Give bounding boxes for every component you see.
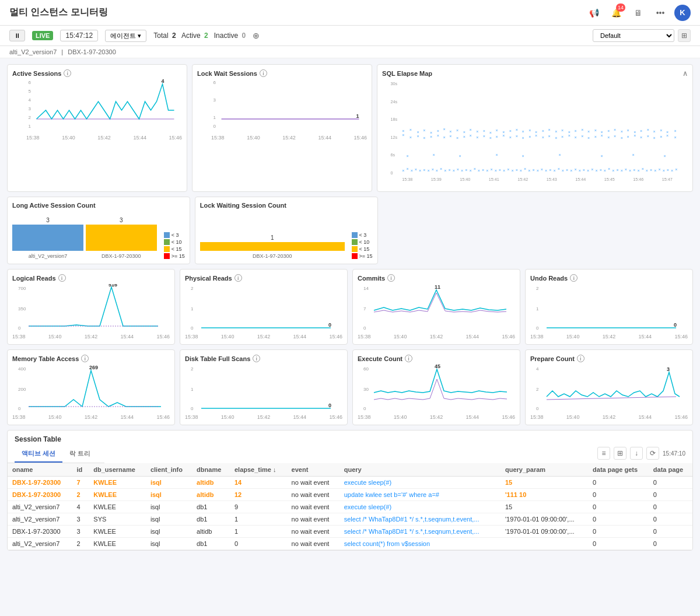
svg-text:×: × xyxy=(575,167,577,172)
filter-icon[interactable]: ≡ xyxy=(597,447,610,460)
layout-icon[interactable]: ⊞ xyxy=(678,29,691,42)
cell-id: 3 xyxy=(72,526,89,538)
top-bar-left: 멀티 인스턴스 모니터링 xyxy=(9,6,108,19)
cell-query: select /* WhaTap8D#1 */ s.*,t.seqnum,t.e… xyxy=(340,526,501,538)
table-header-row: oname id db_username client_info dbname … xyxy=(8,463,692,477)
svg-text:1: 1 xyxy=(356,113,359,119)
cell-oname: alti_V2_version7 xyxy=(8,513,72,526)
svg-text:0: 0 xyxy=(191,326,194,331)
cell-dbname: altidb xyxy=(192,489,230,501)
svg-text:×: × xyxy=(440,166,442,172)
disk-full-scans-chart: 2 1 0 0 15:3815:4015:4215:4415:46 xyxy=(185,365,342,420)
row2-spacer xyxy=(383,197,693,264)
execute-count-info[interactable]: i xyxy=(405,355,412,362)
col-elapse-time[interactable]: elapse_time ↓ xyxy=(230,463,287,477)
logical-reads-info[interactable]: i xyxy=(58,274,66,282)
live-badge: LIVE xyxy=(32,31,53,40)
agent-select[interactable]: 에이전트 ▾ xyxy=(105,30,146,42)
cell-data-page-gets: 0 xyxy=(588,513,649,526)
commits-chart: 14 7 0 11 15:3815:4015:4215:4415:46 xyxy=(358,284,515,340)
undo-reads-info[interactable]: i xyxy=(570,274,578,282)
download-icon[interactable]: ↓ xyxy=(630,447,643,460)
cell-qparam: 15 xyxy=(501,501,588,513)
monitor-icon[interactable]: 🖥 xyxy=(630,5,646,21)
svg-text:×: × xyxy=(423,167,425,173)
commits-info[interactable]: i xyxy=(387,274,395,282)
row-1: Active Sessions i 6 5 4 3 2 1 4 xyxy=(7,64,693,192)
table-toolbar: ≡ ⊞ ↓ ⟳ 15:47:10 xyxy=(590,443,692,463)
svg-text:×: × xyxy=(428,168,430,173)
cell-event: no wait event xyxy=(287,489,340,501)
svg-text:×: × xyxy=(542,128,544,134)
svg-text:×: × xyxy=(461,168,463,173)
svg-text:×: × xyxy=(443,135,446,140)
cell-query: execute sleep(#) xyxy=(340,501,501,513)
megaphone-icon[interactable]: 📢 xyxy=(586,5,602,21)
svg-text:×: × xyxy=(561,128,564,133)
svg-text:×: × xyxy=(627,128,629,133)
cell-elapse: 1 xyxy=(230,513,287,526)
instance-icon[interactable]: ⊕ xyxy=(253,31,260,40)
svg-text:×: × xyxy=(587,168,589,173)
cell-dbname: db1 xyxy=(192,538,230,550)
lock-wait-info[interactable]: i xyxy=(260,69,267,77)
pause-button[interactable]: ⏸ xyxy=(9,30,25,41)
svg-text:350: 350 xyxy=(18,306,26,312)
svg-text:×: × xyxy=(537,168,539,173)
sql-elapse-svg: 30s 24s 18s 12s 6s 0 ×× ×× ×× ×× ×× xyxy=(382,80,688,185)
tab-lock-tree[interactable]: 락 트리 xyxy=(62,446,97,463)
svg-text:×: × xyxy=(660,134,662,139)
svg-text:×: × xyxy=(459,153,461,159)
cell-elapse: 1 xyxy=(230,526,287,538)
svg-text:×: × xyxy=(629,168,631,173)
collapse-btn[interactable]: ∧ xyxy=(682,69,688,78)
cell-id: 2 xyxy=(72,538,89,550)
svg-text:×: × xyxy=(483,134,485,139)
physical-reads-info[interactable]: i xyxy=(235,274,242,282)
svg-text:×: × xyxy=(674,135,677,140)
svg-text:×: × xyxy=(575,128,577,134)
lock-wait-title: Lock Wait Sessions i xyxy=(197,69,367,77)
svg-text:×: × xyxy=(591,167,593,172)
svg-text:×: × xyxy=(647,134,649,139)
svg-text:×: × xyxy=(499,167,501,173)
svg-text:15:44: 15:44 xyxy=(575,177,586,182)
svg-text:×: × xyxy=(545,168,547,173)
cell-query: execute sleep(#) xyxy=(340,477,501,489)
sql-elapse-title: SQL Elapse Map ∧ xyxy=(382,69,688,78)
svg-text:200: 200 xyxy=(18,387,26,392)
svg-text:×: × xyxy=(509,128,512,134)
svg-text:0: 0 xyxy=(18,326,21,331)
undo-reads-svg: 2 1 0 0 xyxy=(530,284,688,331)
svg-text:×: × xyxy=(436,168,438,173)
bell-icon[interactable]: 🔔 14 xyxy=(608,5,624,21)
refresh-icon[interactable]: ⟳ xyxy=(646,447,659,460)
cell-oname: DBX-1-97-20300 xyxy=(8,526,72,538)
memory-table-info[interactable]: i xyxy=(81,355,89,362)
disk-full-scans-info[interactable]: i xyxy=(253,355,260,362)
svg-text:4: 4 xyxy=(29,97,32,103)
svg-text:×: × xyxy=(555,129,557,134)
active-sessions-info[interactable]: i xyxy=(64,69,71,77)
svg-text:×: × xyxy=(449,134,452,139)
svg-text:1: 1 xyxy=(191,306,194,312)
svg-text:×: × xyxy=(561,134,564,139)
more-icon[interactable]: ••• xyxy=(652,5,668,21)
columns-icon[interactable]: ⊞ xyxy=(614,447,626,460)
svg-text:×: × xyxy=(509,135,512,140)
long-active-panel: Long Active Session Count 3 3 xyxy=(7,197,190,264)
svg-text:×: × xyxy=(671,168,673,173)
prepare-count-info[interactable]: i xyxy=(577,355,584,362)
default-select[interactable]: Default xyxy=(593,29,674,42)
cell-elapse: 14 xyxy=(230,477,287,489)
active-sessions-panel: Active Sessions i 6 5 4 3 2 1 4 xyxy=(7,64,187,192)
svg-text:0: 0 xyxy=(363,406,366,411)
session-table: oname id db_username client_info dbname … xyxy=(8,463,692,550)
table-row: DBX-1-97-203007KWLEEisqlaltidb14no wait … xyxy=(8,477,692,489)
svg-text:×: × xyxy=(444,168,446,173)
prepare-count-panel: Prepare Counti 4 2 0 3 15:3815:4015:4215… xyxy=(525,349,693,425)
cell-qparam xyxy=(501,538,588,550)
tab-active-session[interactable]: 액티브 세션 xyxy=(15,446,62,463)
user-avatar[interactable]: K xyxy=(674,5,691,21)
lock-waiting-title: Lock Waiting Session Count xyxy=(200,202,373,209)
